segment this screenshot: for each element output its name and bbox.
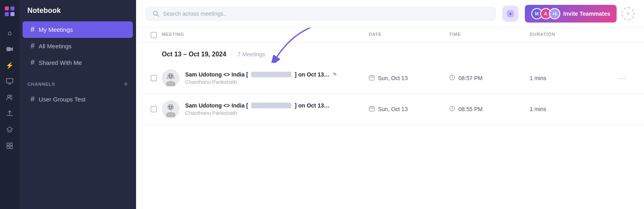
app-logo[interactable] [3,5,16,18]
title-suffix: ] on Oct 13… [295,71,329,78]
svg-rect-6 [6,79,13,83]
people-icon[interactable] [2,90,17,105]
topbar: Search across meetings.. ✦ M A +5 Invite… [136,0,644,28]
sidebar-item-shared-with-me[interactable]: # Shared With Me [23,54,133,71]
svg-point-23 [169,75,170,77]
svg-point-36 [171,106,173,108]
col-time: TIME [449,32,530,38]
home-icon[interactable]: ⌂ [2,26,17,40]
sidebar-item-label: User Groups Test [39,96,85,103]
svg-point-9 [8,95,10,97]
invite-label: Invite Teammates [564,10,610,17]
invite-teammates-button[interactable]: M A +5 Invite Teammates [525,5,617,23]
svg-point-33 [167,104,174,110]
row-checkbox[interactable] [146,106,162,112]
week-group-header: Oct 13 – Oct 19, 2024 · 7 Meetings [136,43,644,63]
svg-rect-4 [6,47,11,51]
meeting-text: Sam Udotong <> India [ ] on Oct 13… ✎ Ch… [185,71,337,85]
search-placeholder: Search across meetings.. [163,10,227,17]
meeting-info: Sam Udotong <> India [ ] on Oct 13… ✎ Ch… [162,69,369,87]
header-checkbox[interactable] [151,32,157,38]
week-meetings-count: 7 Meetings [237,51,265,58]
icon-sidebar: ⌂ ⚡ [0,0,19,209]
svg-point-21 [167,73,174,79]
col-duration: DURATION [530,32,610,38]
ai-button[interactable]: ✦ [502,6,518,22]
table-header: MEETING DATE TIME DURATION [136,28,644,43]
svg-rect-3 [10,12,14,16]
meeting-title: Sam Udotong <> India [ ] on Oct 13… ✎ [185,71,337,78]
search-bar[interactable]: Search across meetings.. [146,7,496,21]
add-button[interactable]: + [621,7,634,20]
layers-icon[interactable] [2,122,17,137]
app-title: Notebook [19,6,136,21]
monitor-icon[interactable] [2,74,17,89]
redacted-text [251,103,291,108]
svg-line-31 [452,78,454,79]
svg-line-43 [452,109,454,110]
meeting-title: Sam Udotong <> India [ ] on Oct 13… [185,102,330,109]
svg-point-35 [169,106,170,108]
svg-rect-2 [5,12,9,16]
svg-rect-14 [10,146,12,149]
clock-icon [449,106,455,113]
svg-rect-25 [369,76,374,80]
sidebar-item-label: My Meetings [39,26,73,33]
sidebar-item-user-groups-test[interactable]: # User Groups Test [23,91,133,108]
select-all-checkbox[interactable] [146,32,162,38]
duration-value: 1 mins [530,106,546,112]
meeting-row: ⠿ [136,63,644,94]
svg-rect-12 [10,143,12,145]
time-value: 08:55 PM [458,106,483,112]
meeting-info: Sam Udotong <> India [ ] on Oct 13… Chan… [162,100,369,118]
meeting-avatar [162,100,180,118]
week-label: Oct 13 – Oct 19, 2024 [162,51,226,58]
row-checkbox-input[interactable] [151,75,157,81]
nav-sidebar: Notebook # My Meetings # All Meetings # … [19,0,136,209]
title-suffix: ] on Oct 13… [295,102,329,109]
hash-icon: # [31,95,35,103]
duration-cell: 1 mins [530,106,610,112]
main-content: Search across meetings.. ✦ M A +5 Invite… [136,0,644,209]
hash-icon: # [31,58,35,67]
edit-icon[interactable]: ✎ [333,72,337,77]
svg-text:✦: ✦ [508,11,512,17]
search-icon [153,10,159,17]
date-cell: Sun, Oct 13 [369,106,449,113]
row-checkbox-input[interactable] [151,106,157,112]
col-meeting: MEETING [162,32,369,38]
channels-label: CHANNELS [27,82,55,87]
time-cell: 08:57 PM [449,74,530,82]
meeting-subtitle: Chanthanu Parikshath [185,79,337,85]
grid-icon[interactable] [2,139,17,153]
channels-add-button[interactable]: + [124,81,128,88]
more-button[interactable]: ··· [610,74,634,83]
title-prefix: Sam Udotong <> India [ [185,71,248,78]
date-value: Sun, Oct 13 [378,75,408,81]
meeting-row: ⠿ Sam Udotong <> Ind [136,94,644,125]
upload-icon[interactable] [2,106,17,121]
duration-cell: 1 mins [530,75,610,81]
svg-point-10 [10,95,12,97]
date-cell: Sun, Oct 13 [369,74,449,82]
lightning-icon[interactable]: ⚡ [2,58,17,72]
sidebar-item-my-meetings[interactable]: # My Meetings [23,21,133,38]
avatar-stack: M A +5 [531,8,560,19]
sidebar-item-all-meetings[interactable]: # All Meetings [23,38,133,54]
meeting-subtitle: Chanthanu Parikshath [185,110,330,116]
sidebar-item-label: All Meetings [39,43,72,50]
svg-rect-0 [5,6,9,10]
calendar-icon [369,106,375,113]
duration-value: 1 mins [530,75,546,81]
video-icon[interactable] [2,42,17,56]
row-checkbox[interactable] [146,75,162,81]
channels-header: CHANNELS + [19,74,136,91]
svg-point-24 [171,75,173,77]
sidebar-item-label: Shared With Me [39,59,82,66]
time-value: 08:57 PM [458,75,483,81]
calendar-icon [369,74,375,82]
date-value: Sun, Oct 13 [378,106,408,112]
svg-rect-37 [369,107,374,111]
clock-icon [449,74,455,82]
svg-line-16 [157,15,159,17]
